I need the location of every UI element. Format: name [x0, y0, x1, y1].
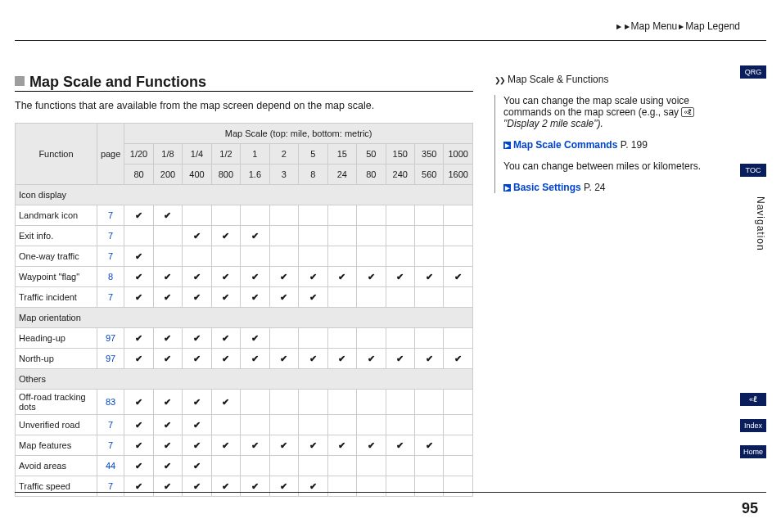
table-row: Off-road tracking dots83✔✔✔✔: [16, 390, 473, 415]
voice-icon: «ɛ̃: [681, 107, 694, 117]
check-icon: ✔: [368, 440, 375, 450]
page-link[interactable]: 7: [108, 420, 113, 430]
check-icon: ✔: [280, 481, 287, 491]
check-icon: ✔: [280, 440, 287, 450]
table-row: Avoid areas44✔✔✔: [16, 456, 473, 476]
page-link[interactable]: 7: [108, 481, 113, 491]
check-icon: ✔: [280, 272, 287, 282]
nav-qrg-button[interactable]: QRG: [740, 65, 766, 79]
check-icon: ✔: [193, 333, 201, 343]
check-icon: ✔: [251, 481, 259, 491]
table-row: North-up97✔✔✔✔✔✔✔✔✔✔✔✔: [16, 349, 473, 369]
check-icon: ✔: [368, 354, 375, 363]
check-icon: ✔: [193, 272, 201, 282]
check-icon: ✔: [222, 481, 229, 491]
check-icon: ✔: [309, 481, 317, 491]
check-icon: ✔: [164, 397, 171, 407]
check-icon: ✔: [135, 251, 142, 261]
check-icon: ✔: [309, 354, 317, 363]
nav-voice-button[interactable]: «ɛ̃: [740, 393, 766, 406]
section-heading: Map Scale and Functions: [15, 74, 473, 92]
check-icon: ✔: [135, 397, 142, 407]
check-icon: ✔: [222, 333, 229, 343]
page-link[interactable]: 97: [106, 354, 115, 363]
table-row: Exit info.7✔✔✔: [16, 226, 473, 246]
check-icon: ✔: [454, 272, 462, 282]
table-row: Traffic speed7✔✔✔✔✔✔✔: [16, 476, 473, 497]
check-icon: ✔: [338, 354, 345, 363]
check-icon: ✔: [222, 231, 229, 241]
heading-bullet-icon: [15, 76, 25, 86]
page-link[interactable]: 7: [108, 292, 113, 302]
check-icon: ✔: [193, 461, 201, 471]
check-icon: ✔: [251, 354, 259, 363]
sidebar-heading: Map Scale & Functions: [494, 74, 724, 85]
table-row: Traffic incident7✔✔✔✔✔✔✔: [16, 287, 473, 308]
check-icon: ✔: [251, 440, 259, 450]
check-icon: ✔: [164, 354, 171, 363]
check-icon: ✔: [135, 481, 142, 491]
page-link[interactable]: 8: [108, 272, 113, 282]
check-icon: ✔: [368, 272, 375, 282]
check-icon: ✔: [164, 292, 171, 302]
table-row: Heading-up97✔✔✔✔✔: [16, 328, 473, 349]
check-icon: ✔: [135, 354, 142, 363]
table-row: Waypoint "flag"8✔✔✔✔✔✔✔✔✔✔✔✔: [16, 267, 473, 287]
page-link[interactable]: 83: [106, 397, 115, 407]
page-link[interactable]: 7: [108, 440, 113, 450]
check-icon: ✔: [193, 481, 201, 491]
check-icon: ✔: [309, 292, 317, 302]
table-row: Map features7✔✔✔✔✔✔✔✔✔✔✔: [16, 435, 473, 456]
check-icon: ✔: [222, 272, 229, 282]
table-row: Landmark icon7✔✔: [16, 205, 473, 226]
table-row: One-way traffic7✔: [16, 246, 473, 267]
check-icon: ✔: [193, 397, 201, 407]
check-icon: ✔: [222, 397, 229, 407]
sidebar-p1: You can change the map scale using voice…: [503, 95, 724, 129]
check-icon: ✔: [193, 292, 201, 302]
table-section-header: Others: [16, 369, 473, 390]
section-label: Navigation: [755, 196, 766, 251]
link-map-scale-commands[interactable]: Map Scale Commands: [503, 139, 617, 151]
check-icon: ✔: [164, 461, 171, 471]
check-icon: ✔: [338, 272, 345, 282]
check-icon: ✔: [222, 292, 229, 302]
check-icon: ✔: [164, 420, 171, 430]
link-basic-settings[interactable]: Basic Settings: [503, 182, 581, 193]
page-link[interactable]: 7: [108, 251, 113, 261]
check-icon: ✔: [135, 440, 142, 450]
table-section-header: Icon display: [16, 185, 473, 205]
sidebar-p2: You can change between miles or kilomete…: [503, 160, 724, 172]
check-icon: ✔: [396, 272, 404, 282]
breadcrumb: Map MenuMap Legend: [615, 20, 740, 32]
page-link[interactable]: 7: [108, 210, 113, 220]
nav-index-button[interactable]: Index: [740, 419, 766, 432]
check-icon: ✔: [193, 354, 201, 363]
check-icon: ✔: [193, 440, 201, 450]
check-icon: ✔: [222, 440, 229, 450]
intro-text: The functions that are available from th…: [15, 100, 473, 111]
check-icon: ✔: [338, 440, 345, 450]
check-icon: ✔: [251, 231, 259, 241]
check-icon: ✔: [222, 354, 229, 363]
page-link[interactable]: 44: [106, 461, 115, 471]
check-icon: ✔: [164, 272, 171, 282]
nav-home-button[interactable]: Home: [740, 445, 766, 458]
check-icon: ✔: [396, 440, 404, 450]
page-link[interactable]: 97: [106, 333, 115, 343]
check-icon: ✔: [309, 440, 317, 450]
check-icon: ✔: [193, 231, 201, 241]
check-icon: ✔: [164, 481, 171, 491]
page-number: 95: [742, 500, 758, 517]
check-icon: ✔: [426, 354, 433, 363]
check-icon: ✔: [426, 272, 433, 282]
nav-toc-button[interactable]: TOC: [740, 164, 766, 177]
page-link[interactable]: 7: [108, 231, 113, 241]
check-icon: ✔: [135, 210, 142, 220]
scale-function-table: FunctionpageMap Scale (top: mile, bottom…: [15, 123, 473, 497]
check-icon: ✔: [309, 272, 317, 282]
check-icon: ✔: [251, 292, 259, 302]
check-icon: ✔: [135, 333, 142, 343]
check-icon: ✔: [280, 292, 287, 302]
check-icon: ✔: [135, 272, 142, 282]
